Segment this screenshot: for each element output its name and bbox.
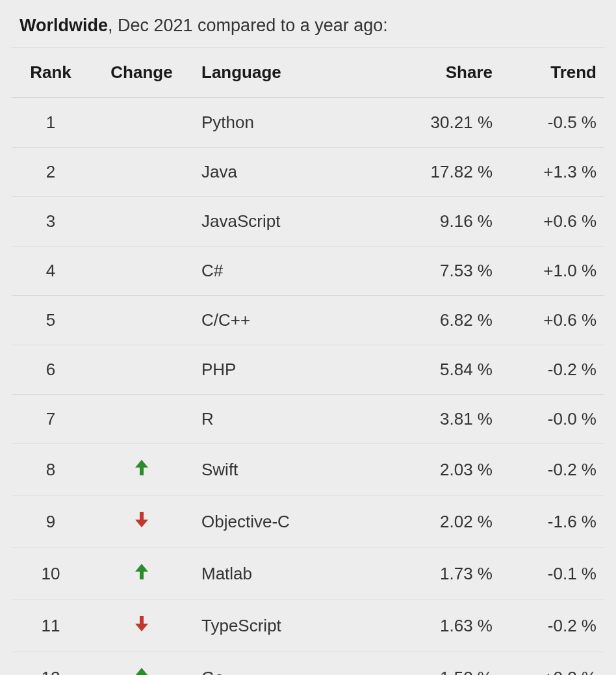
cell-trend: +0.6 % xyxy=(500,296,604,345)
cell-share: 30.21 % xyxy=(383,98,500,148)
cell-rank: 7 xyxy=(12,395,90,444)
cell-change xyxy=(90,296,194,345)
header-rank: Rank xyxy=(12,48,90,98)
cell-change xyxy=(90,600,194,652)
cell-share: 9.16 % xyxy=(383,197,500,246)
cell-trend: -0.2 % xyxy=(500,444,604,496)
cell-change xyxy=(90,548,194,600)
table-row: 11TypeScript1.63 %-0.2 % xyxy=(12,600,604,652)
table-row: 1Python30.21 %-0.5 % xyxy=(12,98,604,148)
table-row: 12Go1.52 %+0.2 % xyxy=(12,652,604,676)
header-change: Change xyxy=(90,48,194,98)
table-caption: Worldwide, Dec 2021 compared to a year a… xyxy=(12,16,604,47)
cell-change xyxy=(90,345,194,395)
cell-rank: 3 xyxy=(12,197,90,246)
cell-language: TypeScript xyxy=(194,600,383,652)
cell-language: C# xyxy=(194,246,383,296)
table-row: 9Objective-C2.02 %-1.6 % xyxy=(12,496,604,548)
table-row: 2Java17.82 %+1.3 % xyxy=(12,148,604,197)
cell-rank: 11 xyxy=(12,600,90,652)
cell-share: 7.53 % xyxy=(383,246,500,296)
table-row: 8Swift2.03 %-0.2 % xyxy=(12,444,604,496)
cell-language: R xyxy=(194,395,383,444)
cell-trend: -0.5 % xyxy=(500,98,604,148)
table-row: 6PHP5.84 %-0.2 % xyxy=(12,345,604,395)
cell-share: 1.73 % xyxy=(383,548,500,600)
table-row: 3JavaScript9.16 %+0.6 % xyxy=(12,197,604,246)
cell-rank: 4 xyxy=(12,246,90,296)
header-trend: Trend xyxy=(500,48,604,98)
cell-language: Python xyxy=(194,98,383,148)
cell-share: 17.82 % xyxy=(383,148,500,197)
cell-rank: 6 xyxy=(12,345,90,395)
table-row: 5C/C++6.82 %+0.6 % xyxy=(12,296,604,345)
arrow-down-icon xyxy=(134,510,149,531)
cell-rank: 10 xyxy=(12,548,90,600)
cell-change xyxy=(90,652,194,676)
header-language: Language xyxy=(194,48,383,98)
cell-trend: +0.6 % xyxy=(500,197,604,246)
cell-change xyxy=(90,98,194,148)
cell-rank: 2 xyxy=(12,148,90,197)
cell-trend: +1.0 % xyxy=(500,246,604,296)
cell-change xyxy=(90,395,194,444)
cell-share: 2.03 % xyxy=(383,444,500,496)
caption-rest: , Dec 2021 compared to a year ago: xyxy=(108,16,388,35)
cell-share: 1.52 % xyxy=(383,652,500,676)
cell-language: Go xyxy=(194,652,383,676)
header-share: Share xyxy=(383,48,500,98)
cell-change xyxy=(90,148,194,197)
table-header-row: Rank Change Language Share Trend xyxy=(12,48,604,98)
arrow-down-icon xyxy=(134,615,149,635)
cell-share: 5.84 % xyxy=(383,345,500,395)
cell-rank: 12 xyxy=(12,652,90,676)
cell-trend: -0.1 % xyxy=(500,548,604,600)
cell-trend: -0.2 % xyxy=(500,345,604,395)
caption-bold: Worldwide xyxy=(19,16,108,35)
cell-trend: -1.6 % xyxy=(500,496,604,548)
cell-share: 6.82 % xyxy=(383,296,500,345)
cell-rank: 1 xyxy=(12,98,90,148)
arrow-up-icon xyxy=(134,562,149,583)
cell-change xyxy=(90,444,194,496)
cell-trend: -0.2 % xyxy=(500,600,604,652)
table-row: 10Matlab1.73 %-0.1 % xyxy=(12,548,604,600)
cell-rank: 8 xyxy=(12,444,90,496)
cell-language: JavaScript xyxy=(194,197,383,246)
cell-trend: +0.2 % xyxy=(500,652,604,676)
cell-language: C/C++ xyxy=(194,296,383,345)
cell-share: 2.02 % xyxy=(383,496,500,548)
cell-rank: 9 xyxy=(12,496,90,548)
cell-change xyxy=(90,246,194,296)
cell-trend: +1.3 % xyxy=(500,148,604,197)
cell-change xyxy=(90,496,194,548)
language-ranking-table: Rank Change Language Share Trend 1Python… xyxy=(12,47,604,675)
cell-rank: 5 xyxy=(12,296,90,345)
arrow-up-icon xyxy=(134,667,149,675)
cell-language: Swift xyxy=(194,444,383,496)
cell-share: 3.81 % xyxy=(383,395,500,444)
cell-change xyxy=(90,197,194,246)
cell-language: Matlab xyxy=(194,548,383,600)
cell-language: Java xyxy=(194,148,383,197)
table-row: 4C#7.53 %+1.0 % xyxy=(12,246,604,296)
cell-share: 1.63 % xyxy=(383,600,500,652)
cell-language: Objective-C xyxy=(194,496,383,548)
table-row: 7R3.81 %-0.0 % xyxy=(12,395,604,444)
arrow-up-icon xyxy=(134,458,149,479)
cell-language: PHP xyxy=(194,345,383,395)
cell-trend: -0.0 % xyxy=(500,395,604,444)
